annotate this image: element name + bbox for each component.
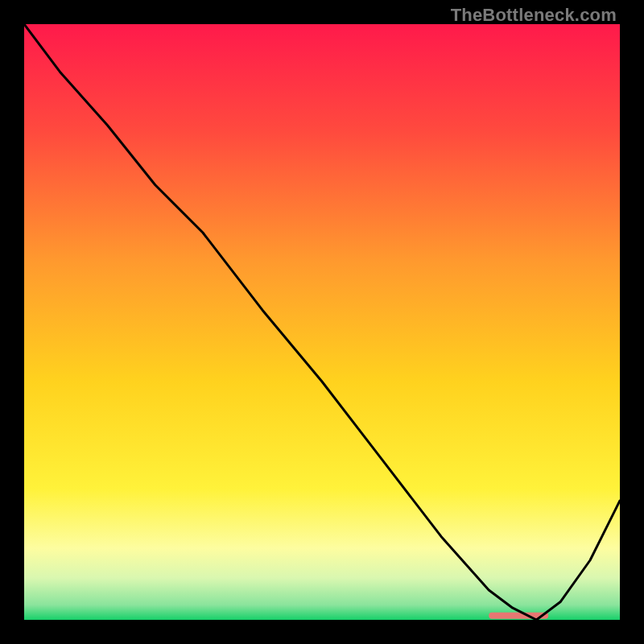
gradient-background bbox=[24, 24, 620, 620]
plot-area bbox=[24, 24, 620, 620]
chart-svg bbox=[24, 24, 620, 620]
chart-frame: TheBottleneck.com bbox=[0, 0, 644, 644]
watermark-text: TheBottleneck.com bbox=[451, 5, 617, 26]
